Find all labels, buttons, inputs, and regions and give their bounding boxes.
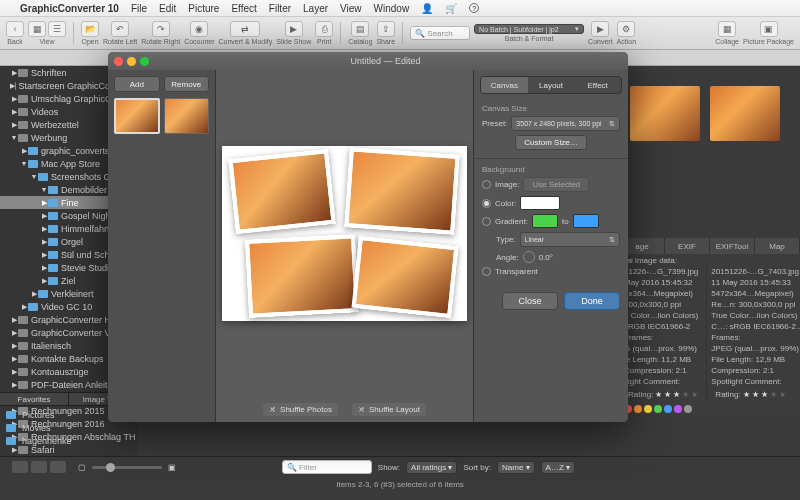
collage-photo[interactable] [352,235,459,317]
gradient-type-select[interactable]: Linear⇅ [520,232,620,247]
browser-thumb[interactable] [630,86,700,141]
toolbar-search-input[interactable]: 🔍 Search [410,26,470,40]
menu-view[interactable]: View [340,3,362,14]
angle-dial[interactable] [523,251,535,263]
person-icon[interactable]: 👤 [421,3,433,14]
info-tab-exif[interactable]: EXIF [665,238,710,254]
remove-button[interactable]: Remove [164,76,210,92]
color-labels[interactable] [620,403,800,415]
sort-dir-select[interactable]: A…Z ▾ [541,461,575,474]
slideshow-button[interactable]: ▶ [285,21,303,37]
color-label-dot[interactable] [634,405,642,413]
menu-layer[interactable]: Layer [303,3,328,14]
menu-edit[interactable]: Edit [159,3,176,14]
menu-effect[interactable]: Effect [231,3,256,14]
color-swatch[interactable] [520,196,560,210]
favorite-item[interactable]: Movies [6,421,132,434]
dialog-close-button[interactable]: Close [502,292,558,310]
view-mode-btn[interactable] [12,461,28,473]
close-window-button[interactable] [114,57,123,66]
batch-format-select[interactable]: No Batch | Subfolder | jp2▾ [474,24,584,34]
show-select[interactable]: All ratings ▾ [406,461,457,474]
favorites-tab[interactable]: Favorites [0,393,69,405]
color-label-dot[interactable] [664,405,672,413]
info-date: May 2016 15:45:32 [624,278,702,289]
shuffle-icon: ⤨ [358,405,365,414]
collage-dialog: Untitled — Edited Add Remove [108,52,628,422]
bg-color-radio[interactable] [482,199,491,208]
view-mode-btn[interactable] [50,461,66,473]
rotate-left-button[interactable]: ↶ [111,21,129,37]
collage-photo[interactable] [245,234,359,318]
menu-window[interactable]: Window [374,3,410,14]
view-mode-btn[interactable] [31,461,47,473]
menu-file[interactable]: File [131,3,147,14]
info-filename: 20151226-…G_7403.jpg [711,267,800,278]
info-res: Re…n: 300,0x300,0 ppi [711,300,800,311]
print-button[interactable]: ⎙ [315,21,333,37]
source-thumb[interactable] [164,98,209,134]
thumb-size-slider[interactable] [92,466,162,469]
view-btn-1[interactable]: ▦ [28,21,46,37]
info-tab-map[interactable]: Map [755,238,800,254]
source-thumb[interactable] [114,98,160,134]
preset-select[interactable]: 3507 x 2480 pixels, 300 ppi⇅ [511,116,620,131]
cocooner-button[interactable]: ◉ [190,21,208,37]
menu-picture[interactable]: Picture [188,3,219,14]
shuffle-photos-button[interactable]: ⤨Shuffle Photos [263,403,338,416]
collage-photo[interactable] [228,148,335,233]
gradient-from-swatch[interactable] [532,214,558,228]
custom-size-button[interactable]: Custom Size… [515,135,586,150]
status-text: Items 2-3, 6 (#3) selected of 6 items [0,477,800,492]
minimize-window-button[interactable] [127,57,136,66]
convert-modify-button[interactable]: ⇄ [230,21,260,37]
zoom-in-icon[interactable]: ▣ [168,463,176,472]
zoom-out-icon[interactable]: ▢ [78,463,86,472]
info-res: 300,0x300,0 ppi [624,300,702,311]
tab-canvas[interactable]: Canvas [481,77,528,93]
menu-filter[interactable]: Filter [269,3,291,14]
bg-image-radio[interactable] [482,180,491,189]
sort-select[interactable]: Name ▾ [497,461,535,474]
info-tab-exiftool[interactable]: EXIFTool [710,238,755,254]
action-button[interactable]: ⚙ [617,21,635,37]
share-button[interactable]: ⇪ [377,21,395,37]
color-label-dot[interactable] [654,405,662,413]
picture-package-button[interactable]: ▣ [760,21,778,37]
view-btn-2[interactable]: ☰ [48,21,66,37]
info-compression: Compression: 2:1 [711,366,800,377]
gradient-to-swatch[interactable] [573,214,599,228]
zoom-window-button[interactable] [140,57,149,66]
info-color: e Color…lion Colors) [624,311,702,322]
info-dims: 5472x364…Megapixel) [711,289,800,300]
bg-transparent-radio[interactable] [482,267,491,276]
dialog-done-button[interactable]: Done [564,292,620,310]
convert-button[interactable]: ▶ [591,21,609,37]
dialog-title: Untitled — Edited [149,56,622,66]
shuffle-layout-button[interactable]: ⤨Shuffle Layout [352,403,426,416]
collage-button[interactable]: ▦ [718,21,736,37]
bg-gradient-radio[interactable] [482,217,491,226]
cart-icon[interactable]: 🛒 [445,3,457,14]
color-label-dot[interactable] [674,405,682,413]
tab-effect[interactable]: Effect [574,77,621,93]
tab-layout[interactable]: Layout [528,77,575,93]
info-frames: Frames: [624,333,702,344]
add-button[interactable]: Add [114,76,160,92]
info-color: True Color…lion Colors) [711,311,800,322]
filter-input[interactable]: 🔍 Filter [282,460,372,474]
rotate-right-button[interactable]: ↷ [152,21,170,37]
collage-canvas[interactable] [222,146,467,321]
use-selected-button: Use Selected [523,177,589,192]
favorite-item[interactable]: hagenhenke [6,434,132,447]
catalog-button[interactable]: ▤ [351,21,369,37]
back-button[interactable]: ‹ [6,21,24,37]
collage-photo[interactable] [344,147,459,234]
color-label-dot[interactable] [684,405,692,413]
app-name[interactable]: GraphicConverter 10 [20,3,119,14]
help-icon[interactable]: ? [469,3,479,13]
browser-thumb[interactable] [710,86,780,141]
color-label-dot[interactable] [644,405,652,413]
info-header: ral image data: [620,254,800,265]
open-button[interactable]: 📂 [81,21,99,37]
